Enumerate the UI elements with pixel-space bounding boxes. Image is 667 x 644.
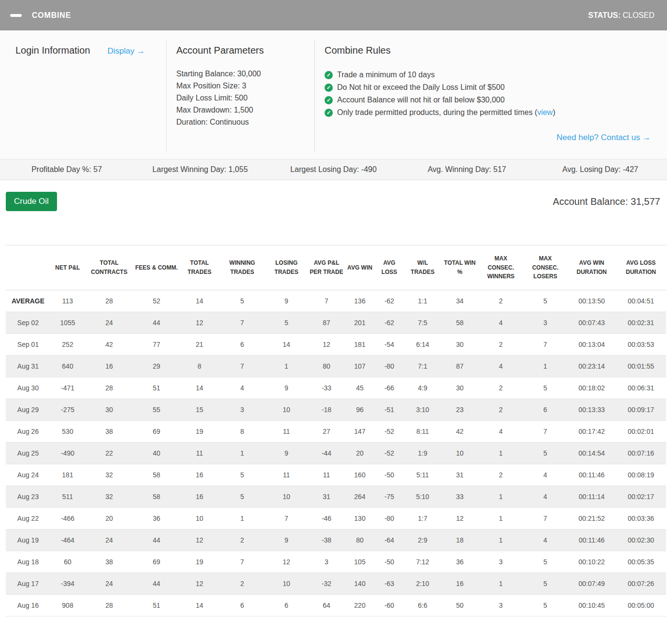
- table-cell: 24: [85, 572, 133, 594]
- table-cell: 11: [265, 420, 308, 442]
- table-cell: 55: [133, 399, 180, 420]
- table-cell: 2:9: [404, 529, 441, 551]
- display-login-link[interactable]: Display →: [108, 46, 145, 56]
- rule-text: Only trade permitted products, during th…: [337, 106, 555, 119]
- table-cell: 52: [133, 290, 180, 312]
- table-cell: 96: [345, 399, 374, 420]
- table-cell: 14: [265, 333, 308, 355]
- table-row: AVERAGE113285214597136-621:1342500:13:50…: [6, 290, 666, 312]
- minimize-icon[interactable]: [10, 9, 22, 22]
- crude-oil-button[interactable]: Crude Oil: [6, 192, 57, 211]
- table-cell: 00:07:49: [568, 572, 616, 594]
- column-header: MAX CONSEC. LOSERS: [523, 245, 568, 290]
- table-cell: 5: [265, 312, 308, 333]
- table-cell: 2: [479, 399, 523, 420]
- table-cell: 11: [265, 464, 308, 486]
- account-parameters-title: Account Parameters: [176, 45, 305, 56]
- table-cell: -62: [374, 312, 404, 333]
- table-cell: -394: [50, 572, 85, 594]
- column-header: TOTAL TRADES: [180, 245, 219, 290]
- table-row: Aug 19-46424441229-3880-642:9181400:11:4…: [6, 529, 666, 551]
- rule-item: ✓ Do Not hit or exceed the Daily Loss Li…: [325, 81, 652, 94]
- combine-titlebar: COMBINE STATUS: CLOSED: [0, 0, 667, 30]
- table-row: Aug 169082851146664220-606:6503500:10:45…: [6, 594, 666, 616]
- table-cell: 7: [219, 355, 265, 377]
- table-cell: 10: [265, 572, 308, 594]
- account-parameters-list: Starting Balance: 30,000 Max Position Si…: [176, 68, 305, 128]
- table-cell: 252: [50, 333, 85, 355]
- combine-rules-list: ✓ Trade a minimum of 10 days ✓ Do Not hi…: [325, 69, 652, 119]
- table-cell: 38: [85, 420, 133, 442]
- column-header: TOTAL CONTRACTS: [85, 245, 133, 290]
- column-header: AVG LOSS DURATION: [616, 245, 666, 290]
- rule-item: ✓ Trade a minimum of 10 days: [325, 69, 652, 81]
- table-cell: 2: [479, 333, 523, 355]
- table-cell: 113: [50, 290, 85, 312]
- table-cell: -32: [308, 572, 345, 594]
- table-cell: 2: [479, 464, 523, 486]
- table-cell: 21: [180, 333, 219, 355]
- table-cell: 87: [308, 312, 345, 333]
- table-cell: 00:11:14: [568, 486, 616, 507]
- table-cell: -80: [374, 355, 404, 377]
- table-cell: 00:07:43: [568, 312, 616, 333]
- table-cell: -33: [308, 377, 345, 399]
- column-header: NET P&L: [50, 245, 85, 290]
- table-cell: 16: [180, 486, 219, 507]
- table-cell: -62: [374, 290, 404, 312]
- row-label: Aug 18: [6, 551, 50, 572]
- combine-rules-section: Combine Rules ✓ Trade a minimum of 10 da…: [315, 40, 661, 152]
- table-cell: 11: [308, 464, 345, 486]
- table-cell: 00:02:01: [616, 420, 666, 442]
- column-header: MAX CONSEC. WINNERS: [479, 245, 523, 290]
- table-cell: 7: [523, 333, 568, 355]
- column-header: LOSING TRADES: [265, 245, 308, 290]
- table-cell: 1: [479, 529, 523, 551]
- table-cell: 00:23:14: [568, 355, 616, 377]
- table-cell: 7:12: [404, 551, 441, 572]
- table-cell: 1: [479, 572, 523, 594]
- table-cell: 20: [345, 442, 374, 464]
- rule-text: Trade a minimum of 10 days: [337, 69, 435, 81]
- table-cell: 69: [133, 551, 180, 572]
- table-cell: 00:01:55: [616, 355, 666, 377]
- table-cell: 5:11: [404, 464, 441, 486]
- table-cell: 10: [265, 486, 308, 507]
- table-cell: 33: [441, 486, 479, 507]
- view-permitted-products-link[interactable]: view: [537, 108, 553, 116]
- table-cell: 4: [479, 312, 523, 333]
- table-cell: 00:07:26: [616, 572, 666, 594]
- table-cell: -490: [50, 442, 85, 464]
- table-cell: 12: [180, 572, 219, 594]
- check-circle-icon: ✓: [325, 109, 333, 117]
- table-cell: 00:14:54: [568, 442, 616, 464]
- status-label: STATUS:: [588, 11, 621, 19]
- table-cell: 00:05:00: [616, 594, 666, 616]
- table-cell: 7: [219, 551, 265, 572]
- table-cell: 147: [345, 420, 374, 442]
- contact-us-link[interactable]: Need help? Contact us →: [556, 133, 652, 143]
- row-label: Sep 02: [6, 312, 50, 333]
- table-cell: 34: [441, 290, 479, 312]
- table-cell: 9: [265, 290, 308, 312]
- table-cell: 7:1: [404, 355, 441, 377]
- table-cell: 36: [441, 551, 479, 572]
- table-cell: 00:10:22: [568, 551, 616, 572]
- table-cell: 220: [345, 594, 374, 616]
- table-cell: 14: [180, 290, 219, 312]
- table-cell: -54: [374, 333, 404, 355]
- table-cell: 4: [523, 529, 568, 551]
- table-cell: 30: [85, 399, 133, 420]
- table-cell: 00:13:04: [568, 333, 616, 355]
- table-cell: -50: [374, 551, 404, 572]
- table-cell: -38: [308, 529, 345, 551]
- column-header: AVG WIN DURATION: [568, 245, 616, 290]
- table-cell: 28: [85, 290, 133, 312]
- table-cell: 1:9: [404, 442, 441, 464]
- table-cell: -52: [374, 442, 404, 464]
- table-cell: 24: [85, 529, 133, 551]
- table-cell: -60: [374, 594, 404, 616]
- table-cell: 4: [479, 420, 523, 442]
- table-cell: 136: [345, 290, 374, 312]
- table-cell: 00:21:52: [568, 507, 616, 529]
